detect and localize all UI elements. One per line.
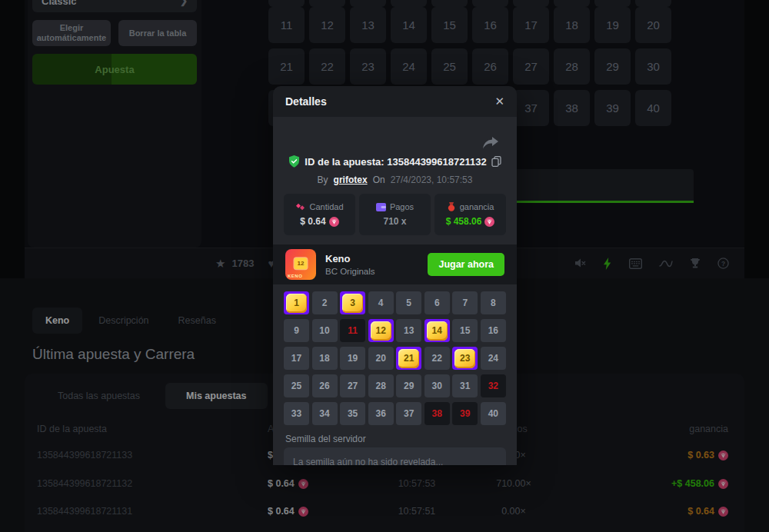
- keno-cell-8[interactable]: 8: [481, 291, 506, 314]
- keno-cell-16[interactable]: 16: [481, 319, 506, 342]
- keno-cell-26[interactable]: 26: [312, 374, 338, 397]
- keno-cell-23[interactable]: 23: [452, 347, 478, 370]
- keno-cell-4[interactable]: 4: [368, 291, 394, 314]
- game-info: Keno BC Originals: [325, 253, 375, 276]
- bet-meta-row: By grifotex On 27/4/2023, 10:57:53: [273, 175, 517, 185]
- keno-cell-18[interactable]: 18: [312, 347, 338, 370]
- stat-pagos: Pagos710 x: [359, 194, 431, 235]
- modal-body: ID de la apuesta: 135844399618721132 By …: [273, 117, 517, 465]
- keno-cell-3[interactable]: 3: [340, 291, 365, 314]
- server-seed-input[interactable]: La semilla aún no ha sido revelada...: [284, 447, 506, 465]
- keno-cell-19[interactable]: 19: [340, 347, 365, 370]
- keno-cell-35[interactable]: 35: [340, 402, 365, 425]
- on-label: On: [373, 175, 385, 185]
- keno-cell-30[interactable]: 30: [424, 374, 450, 397]
- server-seed-label: Semilla del servidor: [285, 434, 366, 444]
- keno-cell-37[interactable]: 37: [396, 402, 421, 425]
- details-modal: Detalles ✕ ID de la apuesta: 13584439961…: [273, 86, 517, 465]
- keno-cell-11[interactable]: 11: [340, 319, 365, 342]
- share-icon[interactable]: [483, 137, 498, 152]
- keno-cell-27[interactable]: 27: [340, 374, 365, 397]
- keno-cell-31[interactable]: 31: [452, 374, 478, 397]
- keno-icon-number: 12: [295, 258, 308, 269]
- by-label: By: [318, 175, 328, 185]
- game-name: Keno: [325, 253, 375, 264]
- copy-icon[interactable]: [491, 156, 501, 167]
- verified-shield-icon: [288, 155, 300, 168]
- keno-cell-13[interactable]: 13: [396, 319, 421, 342]
- keno-cell-14[interactable]: 14: [424, 319, 450, 342]
- keno-cell-40[interactable]: 40: [481, 402, 506, 425]
- keno-cell-25[interactable]: 25: [284, 374, 309, 397]
- play-now-button[interactable]: Jugar ahora: [428, 253, 504, 276]
- keno-game-page: Classic ❯ Elegir automáticamente Borrar …: [0, 0, 769, 532]
- keno-cell-9[interactable]: 9: [284, 319, 309, 342]
- username-link[interactable]: grifotex: [334, 175, 368, 185]
- close-icon[interactable]: ✕: [494, 95, 504, 108]
- keno-game-icon: 12 KENO: [285, 249, 316, 280]
- keno-cell-2[interactable]: 2: [312, 291, 338, 314]
- keno-cell-10[interactable]: 10: [312, 319, 338, 342]
- modal-title: Detalles: [285, 95, 327, 108]
- bet-datetime: 27/4/2023, 10:57:53: [391, 175, 473, 185]
- keno-cell-32[interactable]: 32: [481, 374, 506, 397]
- keno-cell-24[interactable]: 24: [481, 347, 506, 370]
- keno-cell-17[interactable]: 17: [284, 347, 309, 370]
- keno-cell-15[interactable]: 15: [452, 319, 478, 342]
- keno-cell-28[interactable]: 28: [368, 374, 394, 397]
- keno-cell-7[interactable]: 7: [452, 291, 478, 314]
- keno-cell-39[interactable]: 39: [452, 402, 478, 425]
- bet-id-text: ID de la apuesta: 135844399618721132: [305, 156, 486, 168]
- stat-cantidad: Cantidad$ 0.64: [284, 194, 355, 235]
- keno-cell-36[interactable]: 36: [368, 402, 394, 425]
- bet-id-row: ID de la apuesta: 135844399618721132: [273, 155, 517, 168]
- keno-cell-29[interactable]: 29: [396, 374, 421, 397]
- keno-cell-5[interactable]: 5: [396, 291, 421, 314]
- keno-cell-12[interactable]: 12: [368, 319, 394, 342]
- keno-results-grid: 1234567891011121314151617181920212223242…: [284, 291, 506, 425]
- keno-cell-22[interactable]: 22: [424, 347, 450, 370]
- game-strip: 12 KENO Keno BC Originals Jugar ahora: [273, 244, 517, 284]
- bet-stats-row: Cantidad$ 0.64Pagos710 xganancia$ 458.06: [284, 194, 506, 235]
- keno-cell-6[interactable]: 6: [424, 291, 450, 314]
- keno-icon-label: KENO: [288, 274, 302, 278]
- keno-cell-20[interactable]: 20: [368, 347, 394, 370]
- stat-ganancia: ganancia$ 458.06: [434, 194, 506, 235]
- keno-cell-34[interactable]: 34: [312, 402, 338, 425]
- keno-cell-1[interactable]: 1: [284, 291, 309, 314]
- keno-cell-33[interactable]: 33: [284, 402, 309, 425]
- modal-header: Detalles ✕: [273, 86, 517, 117]
- keno-cell-38[interactable]: 38: [424, 402, 450, 425]
- keno-cell-21[interactable]: 21: [396, 347, 421, 370]
- game-provider: BC Originals: [325, 267, 375, 276]
